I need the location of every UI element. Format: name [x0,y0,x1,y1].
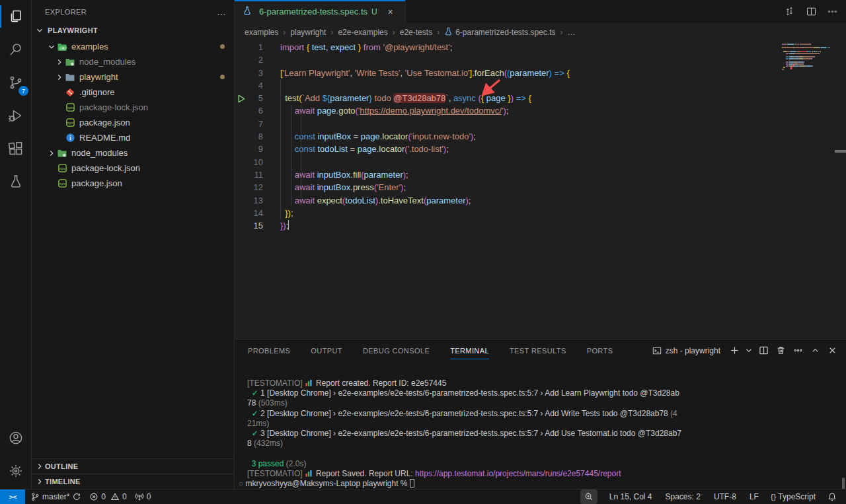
code-line-11[interactable]: 11 await inputBox.fill(parameter); [235,168,846,181]
activity-extensions-icon[interactable] [0,132,32,165]
more-actions-icon[interactable] [824,3,841,20]
magnifier-plus-icon [584,492,594,501]
code-url-link[interactable]: https://demo.playwright.dev/todomvc/ [360,106,502,116]
more-actions-icon[interactable] [790,343,805,358]
no-chevron [54,133,65,143]
code-line-13[interactable]: 13 await expect(todoList).toHaveText(par… [235,194,846,207]
zoom-indicator[interactable] [580,489,597,504]
timeline-label: TIMELINE [45,478,81,486]
report-chart-icon [305,379,313,386]
panel-tab-debug-console[interactable]: DEBUG CONSOLE [363,340,430,361]
indentation-item[interactable]: Spaces: 2 [662,489,705,504]
breadcrumb-item-playwright[interactable]: playwright [290,28,326,37]
activity-settings-gear-icon[interactable] [0,454,32,487]
terminal-report-url[interactable]: https://app.testomat.io/projects/mars/ru… [415,469,621,478]
remote-indicator[interactable]: >< [0,489,25,504]
radio-tower-icon [135,492,144,501]
explorer-item-node_modules[interactable]: node_modules [32,145,234,161]
breadcrumb-separator: › [393,28,395,37]
code-line-5[interactable]: 5 test(`Add ${parameter} todo @T3d28ab78… [235,92,846,104]
breadcrumb-item-e2e-examples[interactable]: e2e-examples [338,28,387,37]
breadcrumb-item-6-parametrized-tests-spec-ts[interactable]: 6-parametrized-tests.spec.ts [444,27,555,38]
kill-terminal-icon[interactable] [773,343,788,358]
breadcrumb-item-examples[interactable]: examples [245,28,278,37]
language-item[interactable]: { } TypeScript [767,489,820,504]
code-line-12[interactable]: 12 await inputBox.press('Enter'); [235,181,846,194]
explorer-item-package-lock.json[interactable]: npmpackage-lock.json [32,161,234,176]
activity-bar: 7 [0,0,32,489]
terminal-dropdown-icon[interactable] [744,343,753,358]
new-terminal-icon[interactable] [727,343,742,358]
notifications-item[interactable] [824,489,841,504]
breadcrumb-item-e2e-tests[interactable]: e2e-tests [400,28,432,37]
split-terminal-icon[interactable] [756,343,771,358]
panel-tab-terminal[interactable]: TERMINAL [450,340,489,361]
eol-item[interactable]: LF [746,489,763,504]
panel-tab-test-results[interactable]: TEST RESULTS [510,340,566,361]
code-line-6[interactable]: 6 await page.goto('https://demo.playwrig… [235,104,846,117]
activity-search-icon[interactable] [0,33,32,66]
terminal-output[interactable]: [TESTOMATIO] Report created. Report ID: … [235,361,846,489]
activity-source-control-icon[interactable]: 7 [0,66,32,99]
explorer-item-.gitignore[interactable]: .gitignore [32,85,234,100]
code-line-15[interactable]: 15}); [235,219,846,232]
code-line-3[interactable]: 3['Learn Playwright', 'Write Tests', 'Us… [235,67,846,79]
panel-tab-ports[interactable]: PORTS [587,340,613,361]
explorer-item-playwright[interactable]: playwright [32,69,234,85]
project-section-header[interactable]: PLAYWRIGHT [32,23,234,38]
explorer-item-package.json[interactable]: npmpackage.json [32,176,234,191]
explorer-item-examples[interactable]: examples [32,39,234,54]
git-icon [65,87,75,98]
compare-changes-icon[interactable] [781,3,798,20]
no-chevron [54,102,65,113]
editor-area: 6-parametrized-tests.spec.ts U × example… [235,0,846,489]
code-line-4[interactable]: 4 [235,79,846,92]
code-editor[interactable]: 1import { test, expect } from '@playwrig… [235,41,846,339]
file-label: examples [71,42,220,52]
terminal-scrollbar[interactable] [842,478,845,489]
code-line-2[interactable]: 2 [235,54,846,66]
explorer-item-package.json[interactable]: npmpackage.json [32,115,234,130]
panel-tab-problems[interactable]: PROBLEMS [248,340,290,361]
line-number: 4 [235,79,263,92]
file-tree: examplesnode_modulesplaywright.gitignore… [32,39,234,191]
activity-account-icon[interactable] [0,421,32,454]
sidebar-more-actions-icon[interactable]: … [217,7,226,17]
cursor-position-item[interactable]: Ln 15, Col 4 [605,489,656,504]
ports-item[interactable]: 0 [131,489,155,504]
explorer-item-package-lock.json[interactable]: npmpackage-lock.json [32,100,234,115]
tab-bar: 6-parametrized-tests.spec.ts U × [235,0,846,23]
code-line-7[interactable]: 7 [235,118,846,130]
maximize-panel-icon[interactable] [808,343,822,358]
code-line-10[interactable]: 10 [235,156,846,168]
terminal-selector[interactable]: zsh - playwright [652,346,720,355]
panel-tab-output[interactable]: OUTPUT [311,340,342,361]
outline-section[interactable]: OUTLINE [32,458,234,474]
split-editor-icon[interactable] [802,3,820,20]
code-line-8[interactable]: 8 const inputBox = page.locator('input.n… [235,130,846,143]
code-line-14[interactable]: 14 }); [235,207,846,219]
activity-testing-flask-icon[interactable] [0,165,32,198]
explorer-item-README.md[interactable]: README.md [32,130,234,145]
terminal-line: 3 passed (2.0s) [247,459,846,469]
vscode-window: 7 EXPLORER … PLAYWRIGHT examplesnode_mod… [0,0,846,504]
code-line-1[interactable]: 1import { test, expect } from '@playwrig… [235,41,846,54]
tab-parametrized-tests[interactable]: 6-parametrized-tests.spec.ts U × [235,0,406,23]
npm-icon: npm [65,118,75,128]
explorer-item-node_modules[interactable]: node_modules [32,54,234,69]
activity-run-debug-icon[interactable] [0,99,32,132]
minimap[interactable] [782,44,833,116]
code-line-9[interactable]: 9 const todoList = page.locator('.todo-l… [235,143,846,155]
run-test-icon[interactable] [237,94,247,104]
problems-item[interactable]: 0 0 [85,489,130,504]
terminal-line: 8 (432ms) [247,439,846,449]
breadcrumb-item--[interactable]: … [568,28,576,37]
close-panel-icon[interactable] [825,343,839,358]
line-number: 12 [235,181,263,194]
git-branch-item[interactable]: master* [26,489,85,504]
encoding-item[interactable]: UTF-8 [710,489,740,504]
source-control-badge: 7 [19,86,28,96]
tab-close-icon[interactable]: × [384,5,397,18]
timeline-section[interactable]: TIMELINE [32,474,234,489]
activity-files-icon[interactable] [0,0,32,33]
